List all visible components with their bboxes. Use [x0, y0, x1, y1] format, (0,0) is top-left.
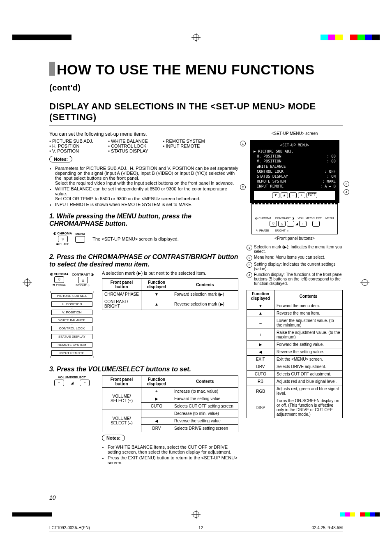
intro-text: You can set the following set-up menu it…	[49, 131, 238, 137]
table-row: CHROMA/ PHASE▼Forward selection mark (▶)	[102, 291, 238, 298]
registration-cross-icon	[191, 510, 201, 519]
notes-list-1: Parameters for PICTURE SUB ADJ., H. POSI…	[49, 166, 238, 207]
step3-table: Front panel button Function displayed Co…	[102, 375, 238, 432]
exit-button-icon: EXIT	[307, 192, 317, 198]
color-bars-icon	[340, 512, 380, 517]
title-accent-icon	[49, 62, 55, 76]
notes-label: Notes:	[49, 156, 72, 162]
note-item: Parameters for PICTURE SUB ADJ., H. POSI…	[55, 166, 238, 185]
annotations-list: 1Selection mark (▶): Indicates the menu …	[247, 245, 343, 286]
black-bars-icon	[12, 512, 52, 517]
table-row: VOLUME/ SELECT (+)+Increase (to max. val…	[102, 387, 238, 395]
note-item: For WHITE BALANCE items, select the CUT …	[108, 445, 238, 454]
contrast-button-icon: △	[78, 277, 88, 283]
step-3-heading: 3. Press the VOLUME/SELECT buttons to se…	[49, 366, 238, 373]
table-row: DISPTurns the ON-SCREEN display on or of…	[247, 397, 343, 418]
footer: LCT1092-002A-H(EN) 12 02.4.25, 9:48 AM	[49, 526, 343, 531]
black-bars-icon	[12, 35, 71, 40]
step1-button-diagram: ◐ CHROMA ▽ ⇆ PHASE MENU	[53, 232, 85, 246]
function-table: Function displayedContents ▼Forward the …	[247, 290, 343, 418]
registration-top	[0, 33, 392, 42]
table-row: –Lower the adjustment value. (to the min…	[247, 317, 343, 329]
step2-button-diagram: ◐ CHROMA ▽ ⇆ PHASE CONTRAST ◑ △ BRIGHT ☼	[49, 272, 95, 287]
menu-col-3: • REMOTE SYSTEM • INPUT REMOTE	[163, 139, 205, 153]
table-row: DRVSelects DRIVE adjustment.	[247, 363, 343, 371]
table-row: CONTRAST/ BRIGHT▲Reverse selection mark …	[102, 298, 238, 310]
page-number: 10	[49, 494, 56, 501]
table-row: EXITExit the <MENU> screen.	[247, 356, 343, 363]
page-title: HOW TO USE THE MENU FUNCTIONS (cont'd)	[49, 62, 343, 94]
annotation-number-icon: 3	[247, 262, 252, 268]
step2-desc: A selection mark (▶) is put next to the …	[102, 271, 238, 276]
notes-label: Notes:	[102, 435, 125, 441]
step-1-heading: 1. While pressing the MENU button, press…	[49, 213, 238, 227]
footer-page: 12	[198, 526, 203, 530]
footer-doc-id: LCT1092-002A-H(EN)	[49, 526, 90, 530]
down-button-icon: ▼	[272, 192, 279, 198]
table-row: +Raise the adjustment value. (to the max…	[247, 329, 343, 341]
step2-table: Front panel button Function displayed Co…	[102, 278, 238, 310]
minus-button-icon: −	[289, 192, 297, 198]
main-column: You can set the following set-up menu it…	[49, 130, 238, 468]
table-row: CUTOSelects CUT OFF adjustment.	[247, 371, 343, 378]
annotation-number-icon: 1	[247, 245, 252, 250]
menu-col-1: • PICTURE SUB ADJ. • H. POSITION • V. PO…	[49, 139, 93, 153]
function-display-panel: ▼ ▲ − + EXIT	[254, 190, 336, 200]
note-item: WHITE BALANCE can be set independently a…	[55, 186, 238, 201]
color-bars-icon	[321, 35, 380, 40]
note-item: INPUT REMOTE is shown when REMOTE SYSTEM…	[55, 202, 238, 207]
table-row: ▲Reverse the menu item.	[247, 310, 343, 317]
screen-caption-top: <SET-UP MENU> screen	[247, 131, 343, 136]
divider	[49, 125, 343, 125]
plus-button-icon: +	[298, 192, 305, 198]
table-row: ▼Forward the menu item.	[247, 302, 343, 310]
volume-minus-button-icon: −	[54, 380, 64, 386]
step-2-heading: 2. Press the CHROMA/PHASE or CONTRAST/BR…	[49, 253, 238, 268]
note-item: Press the EXIT (MENU) button to return t…	[108, 455, 238, 465]
table-row: VOLUME/ SELECT (–)–Decrease (to min. val…	[102, 410, 238, 417]
registration-bottom	[0, 510, 392, 519]
table-row: ▶Forward the setting value.	[247, 341, 343, 348]
annotation-number-icon: 2	[247, 255, 252, 261]
footer-timestamp: 02.4.25, 9:48 AM	[311, 526, 343, 530]
setup-menu-screen: <SET-UP MENU> ▶ PICTURE SUB ADJ. H. POSI…	[250, 140, 339, 203]
side-cross-right-icon	[360, 278, 369, 287]
notes-list-3: For WHITE BALANCE items, select the CUT …	[102, 445, 238, 465]
chroma-button-icon: ▽	[58, 236, 68, 242]
section-heading: DISPLAY AND SELECTIONS IN THE <SET-UP ME…	[49, 101, 343, 123]
table-row: ◀Reverse the setting value.	[247, 348, 343, 356]
table-row: RGBAdjusts red, green and blue signal le…	[247, 385, 343, 397]
menu-button-icon	[75, 236, 85, 243]
registration-cross-icon	[191, 33, 201, 42]
menu-col-2: • WHITE BALANCE • CONTROL LOCK • STATUS …	[108, 139, 148, 153]
step3-button-diagram: VOLUME/SELECT − ◢ +	[49, 375, 95, 387]
step1-desc: The <SET-UP MENU> screen is displayed.	[92, 236, 179, 241]
volume-plus-button-icon: +	[80, 380, 90, 386]
front-panel-diagram: ◐ CHROMA CONTRAST ◑ VOLUME/SELECT MENU ▽…	[251, 203, 338, 234]
chroma-button-icon: ▽	[54, 276, 64, 283]
table-row: RBAdjusts red and blue signal level.	[247, 378, 343, 385]
side-column: <SET-UP MENU> screen 1 2 3 4 <SET-UP MEN…	[247, 130, 343, 418]
up-button-icon: ▲	[281, 192, 288, 198]
content-area: HOW TO USE THE MENU FUNCTIONS (cont'd) D…	[49, 62, 343, 498]
side-cross-left-icon	[23, 278, 32, 287]
annotation-number-icon: 4	[247, 272, 252, 278]
page: HOW TO USE THE MENU FUNCTIONS (cont'd) D…	[0, 0, 392, 556]
menu-item-columns: • PICTURE SUB ADJ. • H. POSITION • V. PO…	[49, 139, 238, 153]
menu-flow-diagram: ┌→─┐ PICTURE SUB ADJ.↓ H. POSITION↓ V. P…	[49, 289, 95, 360]
screen-caption-bottom: <Front panel buttons>	[247, 236, 343, 241]
